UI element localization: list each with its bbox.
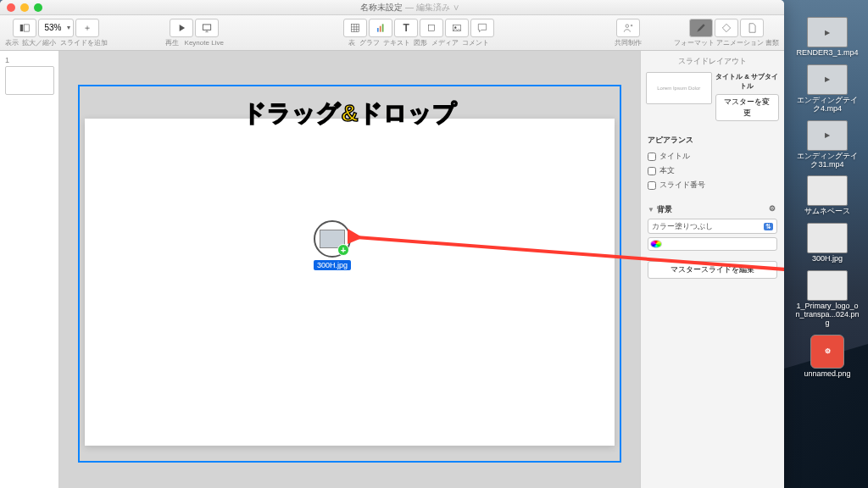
zoom-select[interactable]: 53% — [38, 19, 74, 37]
toolbar-label: 表示 拡大／縮小 スライドを追加 — [5, 38, 108, 47]
title-checkbox-row[interactable]: タイトル — [648, 149, 777, 164]
svg-rect-1 — [25, 24, 30, 30]
traffic-lights — [7, 3, 42, 12]
desktop-file[interactable]: ▶エンディングテイク31.mp4 — [793, 120, 861, 169]
toolbar: 53% ＋ 表示 拡大／縮小 スライドを追加 再生 Keynote Live T — [0, 15, 784, 51]
slide-navigator[interactable]: 1 — [0, 51, 59, 488]
chart-icon — [375, 22, 387, 34]
keynote-window: 名称未設定 — 編集済み ∨ 53% ＋ 表示 拡大／縮小 スライドを追加 再生… — [0, 0, 784, 488]
body-checkbox-row[interactable]: 本文 — [648, 164, 777, 178]
svg-rect-3 — [352, 24, 359, 31]
keynote-live-button[interactable] — [195, 19, 219, 37]
file-label: サムネベース — [804, 208, 850, 216]
zoom-value: 53% — [44, 23, 61, 32]
change-master-button[interactable]: マスターを変更 — [715, 94, 780, 121]
drag-drop-indicator: + 300H.jpg — [314, 220, 351, 270]
desktop-file[interactable]: ▶エンディングテイク4.mp4 — [793, 64, 861, 114]
slide-canvas[interactable] — [85, 119, 615, 446]
desktop-file[interactable]: 300H.jpg — [793, 223, 861, 263]
text-button[interactable]: T — [394, 19, 418, 37]
toolbar-label: フォーマット アニメーション 書類 — [674, 38, 779, 47]
view-button[interactable] — [13, 19, 36, 37]
document-status: — 編集済み ∨ — [405, 3, 459, 12]
minimize-window-button[interactable] — [20, 3, 29, 12]
media-button[interactable] — [445, 19, 469, 37]
view-group: 53% ＋ 表示 拡大／縮小 スライドを追加 — [5, 19, 108, 47]
fill-type-select[interactable]: カラー塗りつぶし — [648, 219, 777, 234]
person-plus-icon — [622, 22, 634, 34]
color-well[interactable] — [648, 237, 777, 251]
play-icon — [175, 22, 187, 34]
comment-button[interactable] — [470, 19, 494, 37]
desktop-file[interactable]: 1_Primary_logo_on_transpa...024.png — [793, 270, 861, 328]
file-label: unnamed.png — [804, 370, 850, 379]
maximize-window-button[interactable] — [34, 3, 42, 12]
toolbar-label: 共同制作 — [615, 38, 642, 47]
add-slide-button[interactable]: ＋ — [75, 19, 99, 37]
format-inspector: スライドレイアウト Lorem Ipsum Dolor タイトル & サブタイト… — [640, 51, 784, 488]
brush-icon — [695, 22, 707, 34]
window-titlebar[interactable]: 名称未設定 — 編集済み ∨ — [0, 0, 784, 15]
slide-number-checkbox[interactable] — [648, 181, 656, 190]
close-window-button[interactable] — [7, 3, 15, 12]
play-button[interactable] — [170, 19, 193, 37]
canvas-area[interactable]: ドラッグ&ドロップ + 300H.jpg — [59, 51, 640, 488]
file-thumb-icon: ▶ — [807, 64, 848, 95]
annotation-text: ドラッグ&ドロップ — [242, 97, 456, 130]
chart-button[interactable] — [369, 19, 392, 37]
background-heading: ▼背景⚙ — [648, 204, 777, 215]
layout-name: タイトル & サブタイトル — [715, 72, 780, 91]
document-name: 名称未設定 — [360, 3, 403, 12]
title-checkbox[interactable] — [648, 152, 656, 161]
table-icon — [349, 22, 361, 34]
color-wheel-icon — [650, 240, 662, 248]
desktop-file[interactable]: サムネベース — [793, 175, 861, 216]
file-label: 300H.jpg — [812, 255, 843, 263]
desktop-icons-column: ▶RENDER3_1.mp4 ▶エンディングテイク4.mp4 ▶エンディングテイ… — [793, 17, 861, 379]
disclosure-triangle-icon[interactable]: ▼ — [648, 206, 654, 214]
shape-icon — [426, 22, 437, 34]
insert-group: T 表 グラフ テキスト 図形 メディア コメント — [343, 19, 494, 47]
table-button[interactable] — [343, 19, 367, 37]
desktop-file[interactable]: ▶RENDER3_1.mp4 — [793, 17, 861, 58]
text-icon: T — [403, 22, 409, 34]
file-label: エンディングテイク4.mp4 — [794, 97, 860, 114]
svg-rect-5 — [380, 25, 381, 31]
layout-thumbnail[interactable]: Lorem Ipsum Dolor — [646, 72, 712, 104]
svg-rect-4 — [377, 28, 379, 32]
svg-rect-2 — [203, 24, 211, 29]
file-thumb-icon: ⚙ — [810, 335, 844, 369]
format-button[interactable] — [689, 19, 713, 37]
desktop-file[interactable]: ⚙unnamed.png — [793, 335, 861, 379]
comment-icon — [476, 22, 488, 34]
toolbar-label: 表 グラフ テキスト 図形 メディア コメント — [348, 38, 489, 47]
diamond-icon — [721, 22, 732, 34]
file-label: 1_Primary_logo_on_transpa...024.png — [794, 302, 860, 328]
fill-type-value: カラー塗りつぶし — [652, 221, 713, 232]
collaborate-button[interactable] — [616, 19, 640, 37]
drop-file-name: 300H.jpg — [314, 260, 351, 270]
checkbox-label: タイトル — [659, 151, 690, 162]
checkbox-label: 本文 — [659, 165, 675, 176]
window-title: 名称未設定 — 編集済み ∨ — [42, 2, 777, 14]
file-thumb-icon — [807, 175, 848, 206]
shape-button[interactable] — [420, 19, 443, 37]
document-icon — [746, 22, 758, 34]
drop-circle-icon: + — [314, 220, 351, 258]
gear-icon[interactable]: ⚙ — [769, 204, 776, 213]
media-icon — [451, 22, 463, 34]
toolbar-label: 再生 Keynote Live — [165, 38, 224, 47]
edit-master-button[interactable]: マスタースライドを編集 — [648, 261, 777, 279]
file-thumb-icon — [807, 223, 848, 253]
slide-number: 1 — [5, 56, 53, 64]
file-label: RENDER3_1.mp4 — [796, 49, 858, 58]
body-checkbox[interactable] — [648, 167, 656, 175]
screen-icon — [201, 22, 213, 34]
slide-number-checkbox-row[interactable]: スライド番号 — [648, 178, 777, 192]
slide-thumbnail[interactable] — [5, 66, 54, 95]
collab-group: 共同制作 — [615, 19, 642, 47]
animate-button[interactable] — [715, 19, 738, 37]
inspector-header: スライドレイアウト — [641, 54, 784, 72]
document-button[interactable] — [740, 19, 764, 37]
svg-rect-6 — [382, 24, 384, 31]
